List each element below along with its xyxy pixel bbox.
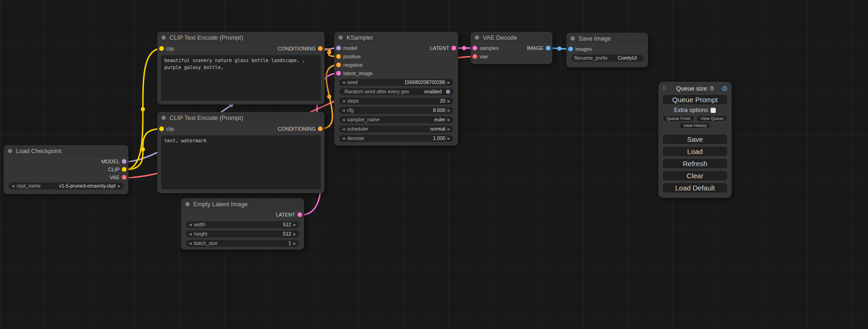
output-label-conditioning: CONDITIONING xyxy=(278,46,316,51)
output-port-latent[interactable] xyxy=(297,212,302,217)
increment-icon[interactable]: ▶ xyxy=(448,137,450,140)
widget-value: 156680208700286 xyxy=(404,79,445,85)
decrement-icon[interactable]: ◀ xyxy=(189,223,191,226)
increment-icon[interactable]: ▶ xyxy=(294,242,296,245)
queue-menu-panel[interactable]: ⠿ Queue size: 0 ⚙ Queue Prompt Extra opt… xyxy=(658,82,732,198)
node-vae-decode[interactable]: VAE Decode samples IMAGE vae xyxy=(471,32,552,64)
node-title-bar[interactable]: Load Checkpoint xyxy=(4,145,128,156)
decrement-icon[interactable]: ◀ xyxy=(342,99,345,103)
refresh-button[interactable]: Refresh xyxy=(662,158,728,169)
output-port-model[interactable] xyxy=(122,159,127,164)
decrement-icon[interactable]: ◀ xyxy=(189,242,191,245)
widget-sampler-name[interactable]: ◀ sampler_name euler ▶ xyxy=(339,116,453,123)
decrement-icon[interactable]: ◀ xyxy=(189,232,191,236)
node-title: CLIP Text Encode (Prompt) xyxy=(169,34,243,41)
widget-scheduler[interactable]: ◀ scheduler normal ▶ xyxy=(339,126,453,133)
extra-options-checkbox[interactable] xyxy=(711,108,716,113)
node-clip-text-encode-negative[interactable]: CLIP Text Encode (Prompt) clip CONDITION… xyxy=(157,112,325,193)
next-arrow-icon[interactable]: ▶ xyxy=(118,184,120,188)
node-title-bar[interactable]: CLIP Text Encode (Prompt) xyxy=(157,32,325,43)
output-port-latent[interactable] xyxy=(452,46,456,50)
widget-value: 512 xyxy=(283,222,291,227)
slot-row: vae xyxy=(471,52,552,61)
output-port-vae[interactable] xyxy=(122,175,127,180)
decrement-icon[interactable]: ◀ xyxy=(342,137,345,140)
increment-icon[interactable]: ▶ xyxy=(448,99,450,103)
widget-value: normal xyxy=(430,126,445,132)
menu-header: ⠿ Queue size: 0 ⚙ xyxy=(662,84,728,93)
next-arrow-icon[interactable]: ▶ xyxy=(448,118,450,121)
increment-icon[interactable]: ▶ xyxy=(294,232,296,236)
node-title-bar[interactable]: Empty Latent Image xyxy=(181,198,304,210)
prev-arrow-icon[interactable]: ◀ xyxy=(12,184,14,188)
node-save-image[interactable]: Save Image images filename_prefix ComfyU… xyxy=(566,33,648,67)
input-port-clip[interactable] xyxy=(159,46,164,51)
input-port-model[interactable] xyxy=(336,46,341,50)
save-button[interactable]: Save xyxy=(662,134,728,145)
output-port-clip[interactable] xyxy=(122,167,127,172)
prompt-textarea[interactable]: beautiful scenery nature glass bottle la… xyxy=(161,55,321,101)
widget-height[interactable]: ◀ height 512 ▶ xyxy=(186,231,299,238)
widget-value: 1 xyxy=(289,240,291,246)
prev-arrow-icon[interactable]: ◀ xyxy=(342,118,345,121)
decrement-icon[interactable]: ◀ xyxy=(342,109,345,112)
input-port-latent-image[interactable] xyxy=(336,71,341,76)
node-title: Load Checkpoint xyxy=(16,147,62,154)
slot-row: positive xyxy=(334,52,458,61)
input-port-samples[interactable] xyxy=(473,46,477,50)
next-arrow-icon[interactable]: ▶ xyxy=(448,127,450,131)
node-load-checkpoint[interactable]: Load Checkpoint MODEL CLIP VAE ◀ ckpt_na… xyxy=(4,145,128,194)
settings-gear-icon[interactable]: ⚙ xyxy=(722,85,728,92)
link-midpoint-dot xyxy=(141,147,145,152)
increment-icon[interactable]: ▶ xyxy=(294,223,296,226)
node-title-bar[interactable]: Save Image xyxy=(566,33,648,44)
output-label-conditioning: CONDITIONING xyxy=(278,126,316,132)
input-port-positive[interactable] xyxy=(336,54,341,59)
widget-seed[interactable]: ◀ seed 156680208700286 ▶ xyxy=(339,79,453,86)
view-queue-button[interactable]: View Queue xyxy=(696,115,727,122)
output-port-image[interactable] xyxy=(546,46,550,50)
input-port-vae[interactable] xyxy=(473,54,477,59)
node-clip-text-encode-positive[interactable]: CLIP Text Encode (Prompt) clip CONDITION… xyxy=(157,32,325,105)
view-history-button[interactable]: View History xyxy=(679,122,711,129)
input-port-clip[interactable] xyxy=(159,126,164,131)
prev-arrow-icon[interactable]: ◀ xyxy=(342,127,345,131)
queue-prompt-button[interactable]: Queue Prompt xyxy=(662,94,728,105)
node-ksampler[interactable]: KSampler model LATENT positive negative … xyxy=(334,32,458,146)
widget-batch-size[interactable]: ◀ batch_size 1 ▶ xyxy=(186,240,299,247)
input-port-images[interactable] xyxy=(568,47,573,51)
decrement-icon[interactable]: ◀ xyxy=(342,81,345,84)
toggle-indicator[interactable] xyxy=(446,90,450,94)
output-port-conditioning[interactable] xyxy=(318,126,323,131)
output-port-conditioning[interactable] xyxy=(318,46,323,51)
queue-front-button[interactable]: Queue Front xyxy=(663,115,695,122)
widget-steps[interactable]: ◀ steps 20 ▶ xyxy=(339,98,453,105)
input-port-negative[interactable] xyxy=(336,63,341,67)
widget-label: steps xyxy=(347,98,359,104)
node-title-bar[interactable]: VAE Decode xyxy=(471,32,552,43)
load-button[interactable]: Load xyxy=(662,146,728,157)
widget-random-seed-toggle[interactable]: Random seed after every gen enabled xyxy=(339,88,453,95)
link-midpoint-dot xyxy=(557,47,562,51)
widget-filename-prefix[interactable]: filename_prefix ComfyUI xyxy=(571,55,643,62)
widget-width[interactable]: ◀ width 512 ▶ xyxy=(186,221,299,228)
load-default-button[interactable]: Load Default xyxy=(662,182,728,193)
node-title-bar[interactable]: CLIP Text Encode (Prompt) xyxy=(157,112,325,123)
output-label-clip: CLIP xyxy=(108,167,120,172)
widget-label: filename_prefix xyxy=(574,55,607,61)
widget-label: denoise xyxy=(347,135,364,141)
node-title-bar[interactable]: KSampler xyxy=(334,32,458,43)
widget-cfg[interactable]: ◀ cfg 8.000 ▶ xyxy=(339,107,453,114)
slot-row: negative xyxy=(334,61,458,69)
widget-ckpt-name[interactable]: ◀ ckpt_name v1-5-pruned-emaonly.ckpt ▶ xyxy=(8,182,124,189)
increment-icon[interactable]: ▶ xyxy=(448,109,450,112)
slot-row: latent_image xyxy=(334,69,458,77)
drag-handle-icon[interactable]: ⠿ xyxy=(662,85,666,91)
increment-icon[interactable]: ▶ xyxy=(448,81,450,84)
clear-button[interactable]: Clear xyxy=(662,170,728,181)
widget-value: 20 xyxy=(440,98,445,104)
widget-denoise[interactable]: ◀ denoise 1.000 ▶ xyxy=(339,135,453,142)
prompt-textarea[interactable]: text, watermark xyxy=(161,135,321,189)
slot-row: clip CONDITIONING xyxy=(157,43,325,54)
node-empty-latent-image[interactable]: Empty Latent Image LATENT ◀ width 512 ▶ … xyxy=(181,198,304,250)
